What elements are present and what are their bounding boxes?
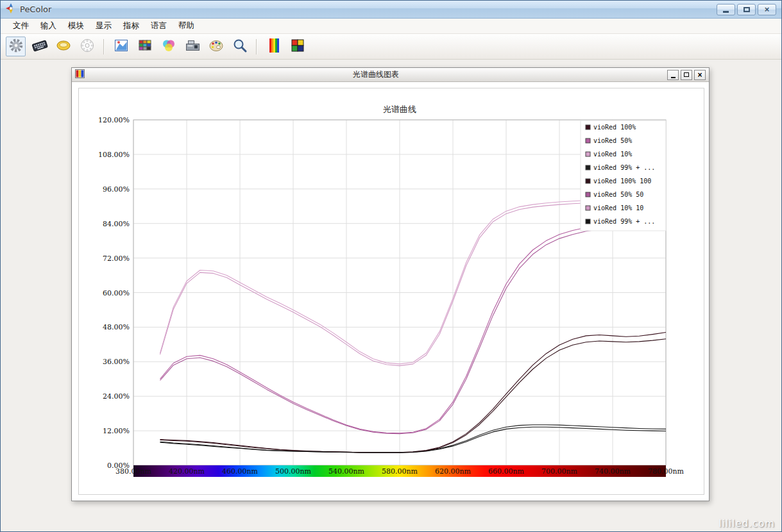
chart-palette-icon (113, 37, 130, 56)
chart-window-titlebar[interactable]: 光谱曲线图表 × (72, 68, 709, 82)
x-tick-label: 700.00nm (541, 467, 578, 476)
legend-label: vioRed 100% (593, 124, 636, 131)
close-icon: × (765, 5, 770, 13)
cmy-circles-icon (160, 37, 177, 56)
toolbar (1, 34, 781, 60)
legend-label: vioRed 10% 10 (593, 204, 643, 212)
app-logo-icon (6, 3, 16, 16)
legend-swatch (586, 219, 590, 224)
legend-swatch (586, 152, 590, 156)
y-tick-label: 120.00% (98, 116, 130, 124)
menu-item-indicators[interactable]: 指标 (117, 19, 145, 33)
legend-swatch (586, 206, 590, 210)
y-tick-label: 84.00% (103, 220, 130, 228)
chart-palette-button[interactable] (111, 37, 131, 56)
maximize-button[interactable] (737, 4, 756, 15)
x-tick-label: 620.00nm (435, 467, 472, 476)
color-quad-icon (289, 37, 306, 56)
x-tick-label: 420.00nm (169, 467, 205, 476)
color-grid-button[interactable] (135, 37, 155, 56)
paint-palette-button[interactable] (206, 37, 226, 56)
app-window: PeColor × 文件 输入 模块 显示 指标 语言 帮助 (0, 0, 782, 532)
cmy-circles-button[interactable] (158, 37, 178, 56)
x-tick-label: 660.00nm (488, 467, 525, 476)
series-line-4 (160, 339, 667, 453)
y-tick-label: 24.00% (103, 392, 130, 401)
capsule-button[interactable] (53, 37, 73, 56)
close-icon: × (697, 71, 702, 79)
legend-label: vioRed 100% 100 (593, 178, 651, 185)
chart-window-title: 光谱曲线图表 (87, 69, 665, 80)
instrument-icon (184, 37, 201, 56)
chart-title: 光谱曲线 (383, 104, 416, 114)
x-tick-label: 540.00nm (328, 467, 365, 476)
series-line-5 (160, 222, 667, 434)
x-tick-label: 380.00nm (115, 467, 152, 476)
magnifier-icon (232, 37, 248, 56)
x-tick-label: 580.00nm (382, 467, 418, 476)
y-tick-label: 48.00% (103, 323, 130, 331)
legend-label: vioRed 99% + ... (593, 164, 655, 171)
legend-swatch (586, 125, 590, 129)
legend-label: vioRed 99% + ... (593, 218, 655, 225)
chart-window-icon (75, 69, 85, 81)
x-tick-label: 740.00nm (595, 467, 631, 476)
chart-panel: 0.00%12.00%24.00%36.00%48.00%60.00%72.00… (78, 88, 704, 495)
legend-swatch (586, 165, 590, 170)
chart-minimize-button[interactable] (667, 70, 679, 80)
legend-label: vioRed 10% (593, 151, 632, 158)
legend-swatch (586, 179, 590, 183)
menu-item-help[interactable]: 帮助 (173, 19, 200, 33)
rainbow-bar-icon (266, 37, 282, 56)
settings-gear-icon (8, 37, 24, 56)
y-tick-label: 72.00% (103, 254, 130, 263)
menu-item-display[interactable]: 显示 (90, 19, 117, 33)
menu-item-module[interactable]: 模块 (62, 19, 90, 33)
chart-window-controls: × (667, 70, 706, 80)
chart-window-body: 0.00%12.00%24.00%36.00%48.00%60.00%72.00… (72, 82, 709, 501)
series-line-1 (160, 219, 667, 433)
legend-swatch (586, 138, 590, 143)
y-tick-label: 36.00% (103, 358, 130, 366)
chart-window: 光谱曲线图表 × 0.00%12.00%24.00%36.00%48.00%60… (71, 67, 710, 501)
keyboard-button[interactable] (30, 37, 49, 56)
window-controls: × (717, 4, 776, 15)
legend-label: vioRed 50% (593, 137, 632, 144)
minimize-icon (723, 11, 729, 13)
settings-gear-button[interactable] (6, 37, 26, 56)
watermark: lililed.com (719, 518, 775, 529)
white-wheel-button[interactable] (77, 37, 97, 56)
menu-item-input[interactable]: 输入 (35, 19, 62, 33)
close-button[interactable]: × (758, 4, 776, 15)
series-line-0 (160, 333, 667, 453)
toolbar-separator (256, 39, 257, 54)
yellow-capsule-icon (55, 37, 72, 56)
minimize-icon (671, 77, 676, 78)
chart-maximize-button[interactable] (681, 70, 692, 80)
x-tick-label: 460.00nm (222, 467, 259, 476)
x-tick-label: 500.00nm (275, 467, 312, 476)
maximize-icon (684, 72, 689, 77)
y-tick-label: 60.00% (103, 289, 130, 297)
x-tick-label: 780.00nm (648, 467, 684, 476)
titlebar[interactable]: PeColor × (1, 1, 781, 19)
chart-close-button[interactable]: × (694, 70, 706, 80)
minimize-button[interactable] (717, 4, 735, 15)
client-area: 光谱曲线图表 × 0.00%12.00%24.00%36.00%48.00%60… (1, 60, 781, 531)
maximize-icon (744, 7, 750, 12)
magnifier-button[interactable] (230, 37, 250, 56)
y-tick-label: 108.00% (98, 151, 130, 159)
legend-swatch (586, 192, 590, 197)
color-quad-button[interactable] (287, 37, 307, 56)
instrument-button[interactable] (182, 37, 202, 56)
color-grid-icon (137, 37, 153, 56)
menubar: 文件 输入 模块 显示 指标 语言 帮助 (1, 19, 781, 34)
y-tick-label: 12.00% (103, 427, 130, 435)
rainbow-bar-button[interactable] (264, 37, 284, 56)
spectral-chart: 0.00%12.00%24.00%36.00%48.00%60.00%72.00… (79, 88, 704, 494)
legend-label: vioRed 50% 50 (593, 191, 643, 198)
paint-palette-icon (208, 37, 225, 56)
menu-item-file[interactable]: 文件 (7, 19, 35, 33)
keyboard-icon (31, 37, 48, 56)
menu-item-language[interactable]: 语言 (145, 19, 173, 33)
